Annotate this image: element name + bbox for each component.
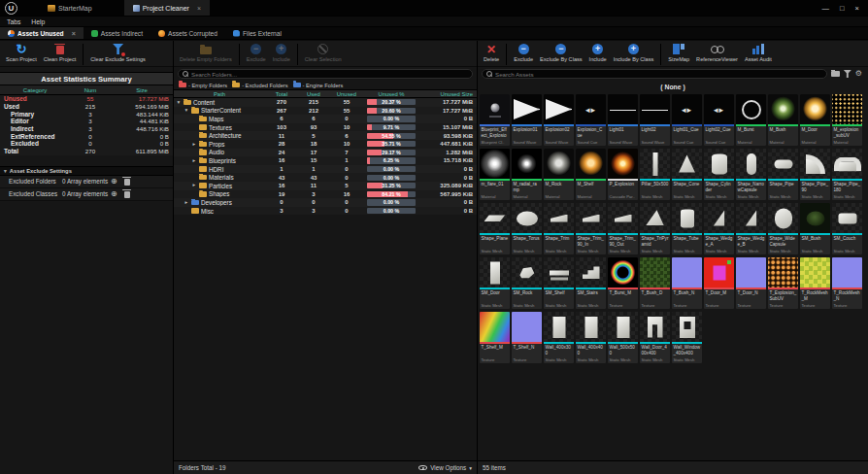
folder-row[interactable]: Maps6600.00 %0 B [174,115,477,123]
asset-tile[interactable]: M_BurstMaterial [736,94,766,146]
asset-tile[interactable]: M_BushMaterial [768,94,798,146]
include-button[interactable]: +Include [586,43,610,62]
asset-tile[interactable]: Wall_Door_400x400Static Mesh [640,312,670,363]
clear-selection-button[interactable]: Clear Selection [302,43,345,62]
delete-button[interactable]: ✕Delete [481,43,502,62]
asset-tile[interactable]: P_ExplosionCascade Par.. [608,149,638,200]
asset-tile[interactable]: Light01_CueSound Cue [672,94,702,146]
exclude-settings-title[interactable]: Asset Exclude Settings [0,166,173,176]
referenceviewer-button[interactable]: ReferenceViewer [693,43,741,62]
asset-tile[interactable]: Shape_CylinderStatic Mesh [704,149,734,200]
asset-tile[interactable]: T_Bush_NTexture [672,257,702,309]
asset-tile[interactable]: Explosion01Sound Wave [512,94,542,146]
filter-icon[interactable] [844,70,851,78]
expand-arrow-icon[interactable]: ▸ [191,158,197,164]
menu-help[interactable]: Help [31,18,45,25]
folder-row[interactable]: ▸Props28181035.71 %447.681 KiB [174,140,477,149]
folder-row[interactable]: Audio2417729.17 %1.282 MiB [174,149,477,157]
asset-tile[interactable]: Wall_400x300Static Mesh [544,312,574,363]
clear-array-icon[interactable] [124,179,130,186]
asset-tile[interactable]: Blueprint_Effect_ExplosionBlueprint Cl.. [480,94,510,146]
asset-tile[interactable]: Shape_Wedge_AStatic Mesh [704,203,734,254]
add-element-icon[interactable] [111,189,117,198]
tab-startermap[interactable]: StarterMap [39,0,101,16]
asset-tile[interactable]: Shape_Pipe_90Static Mesh [800,149,830,200]
clear-array-icon[interactable] [124,191,130,198]
asset-tile[interactable]: M_DoorMaterial [800,94,830,146]
asset-tile[interactable]: Shape_TorusStatic Mesh [512,203,542,254]
folder-row[interactable]: ▸Blueprints161516.25 %15.718 KiB [174,156,477,165]
asset-tile[interactable]: Wall_Window_400x400Static Mesh [672,312,702,363]
asset-tile[interactable]: SM_StairsStatic Mesh [576,257,606,309]
folder-row[interactable]: ▸Particles1611531.25 %325.089 KiB [174,182,477,190]
folder-row[interactable]: Materials434300.00 %0 B [174,173,477,182]
asset-tile[interactable]: T_Bush_DTexture [640,257,670,309]
expand-arrow-icon[interactable]: ▾ [176,100,182,106]
folder-row[interactable]: Architecture115654.55 %93.598 KiB [174,131,477,140]
menu-tabs[interactable]: Tabs [7,18,20,25]
include-button[interactable]: +Include [270,43,293,62]
maximize-icon[interactable]: □ [840,4,845,13]
expand-arrow-icon[interactable]: ▸ [184,200,189,206]
asset-tile[interactable]: Explosion_CueSound Cue [576,94,606,146]
tab-assets-indirect[interactable]: Assets Indirect [83,27,150,39]
folder-row[interactable]: Misc3300.00 %0 B [174,207,477,216]
asset-tile[interactable]: T_Shelf_NTexture [512,312,542,363]
asset-tile[interactable]: T_Door_NTexture [736,257,766,309]
asset-tile[interactable]: Wall_400x400Static Mesh [576,312,606,363]
folder-row[interactable]: Textures10393109.71 %15.107 MiB [174,123,477,132]
asset-tile[interactable]: Light02_CueSound Cue [704,94,734,146]
folder-row[interactable]: ▸Developers0000.00 %0 B [174,198,477,207]
folder-row[interactable]: ▾Content2702155520.37 %17.727 MiB [174,98,477,107]
asset-tile[interactable]: m_flare_01Material [480,149,510,200]
asset-tile[interactable]: Shape_Trim_90_InStatic Mesh [576,203,606,254]
minimize-icon[interactable]: — [822,4,830,13]
asset-tile[interactable]: Light02Sound Wave [640,94,670,146]
folder-row[interactable]: HDRI1100.00 %0 B [174,165,477,174]
expand-arrow-icon[interactable]: ▸ [191,183,197,188]
asset-tile[interactable]: Shape_WideCapsuleStatic Mesh [768,203,798,254]
asset-tile[interactable]: M_RockMaterial [544,149,574,200]
asset-tile[interactable]: M_ShelfMaterial [576,149,606,200]
expand-arrow-icon[interactable]: ▸ [191,142,197,148]
asset-tile[interactable]: Shape_TrimStatic Mesh [544,203,574,254]
folder-row[interactable]: ▾StarterContent2672125520.60 %17.727 MiB [174,107,477,116]
close-tab-icon[interactable]: × [197,5,201,12]
asset-tile[interactable]: SM_ShelfStatic Mesh [544,257,574,309]
asset-tile[interactable]: T_Shelf_MTexture [480,312,510,363]
asset-tile[interactable]: Shape_ConeStatic Mesh [672,149,702,200]
clean-project-button[interactable]: Clean Project [41,43,80,62]
view-options-button[interactable]: View Options [418,464,472,471]
asset-tile[interactable]: Explosion02Sound Wave [544,94,574,146]
close-icon[interactable]: × [855,4,859,13]
asset-tile[interactable]: T_RockMesh_NTexture [832,257,862,309]
asset-audit-button[interactable]: Asset Audit [742,43,775,62]
asset-tile[interactable]: Shape_NarrowCapsuleStatic Mesh [736,149,766,200]
folder-row[interactable]: Shapes1931684.21 %567.995 KiB [174,190,477,199]
asset-tile[interactable]: T_RockMesh_MTexture [800,257,830,309]
asset-tile[interactable]: Pillar_50x500Static Mesh [640,149,670,200]
exclude-by-class-button[interactable]: −Exclude By Class [537,43,585,62]
asset-tile[interactable]: Shape_TubeStatic Mesh [672,203,702,254]
asset-tile[interactable]: SM_DoorStatic Mesh [480,257,510,309]
asset-tile[interactable]: M_explosion_subUVMaterial [832,94,862,146]
search-folders-input[interactable] [191,71,468,78]
tab-assets-unused[interactable]: Assets Unused× [0,27,83,39]
tab-project-cleaner[interactable]: Project Cleaner × [124,0,210,16]
asset-tile[interactable]: Shape_Trim_90_OutStatic Mesh [608,203,638,254]
asset-tile[interactable]: Shape_PipeStatic Mesh [768,149,798,200]
delete-empty-folders-button[interactable]: Delete Empty Folders [177,43,235,62]
asset-tile[interactable]: M_radial_rampMaterial [512,149,542,200]
asset-tile[interactable]: Shape_Wedge_BStatic Mesh [736,203,766,254]
asset-tile[interactable]: Wall_500x500Static Mesh [608,312,638,363]
close-tab-icon[interactable]: × [72,30,76,37]
asset-tile[interactable]: SM_BushStatic Mesh [800,203,830,254]
search-assets-input[interactable] [495,71,822,78]
exclude-button[interactable]: −Exclude [511,43,536,62]
clear-exclude-settings-button[interactable]: Clear Exclude Settings [87,43,149,62]
asset-tile[interactable]: T_Explosion_SubUVTexture [768,257,798,309]
asset-tile[interactable]: SM_CouchStatic Mesh [832,203,862,254]
expand-arrow-icon[interactable]: ▾ [184,108,189,114]
exclude-button[interactable]: −Exclude [244,43,269,62]
include-by-class-button[interactable]: +Include By Class [611,43,657,62]
